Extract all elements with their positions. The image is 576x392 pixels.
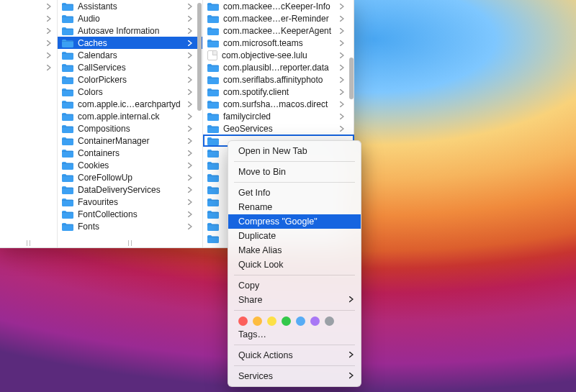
folder-icon [207, 2, 219, 11]
folder-icon [62, 222, 73, 231]
chevron-right-icon [338, 98, 346, 110]
menu-item[interactable]: Compress "Google" [228, 214, 361, 229]
chevron-right-icon [45, 12, 53, 24]
folder-icon [207, 186, 219, 194]
list-item[interactable]: com.apple.ic…earchpartyd [58, 98, 202, 110]
chevron-right-icon [186, 49, 194, 61]
list-item-label: com.mackee…cKeeper-Info [223, 1, 338, 12]
chevron-right-icon [338, 122, 346, 135]
folder-icon [62, 51, 73, 60]
folder-icon [62, 186, 73, 194]
tag-circle[interactable] [325, 316, 334, 326]
folder-icon [207, 39, 219, 47]
menu-item[interactable]: Quick Actions [228, 348, 361, 363]
list-item[interactable] [0, 24, 57, 37]
menu-item[interactable]: Open in New Tab [228, 144, 361, 158]
tag-circle[interactable] [310, 316, 320, 326]
list-item[interactable]: FontCollections [58, 208, 202, 220]
chevron-right-icon [349, 295, 354, 305]
list-item[interactable]: com.spotify.client [203, 86, 354, 98]
menu-item-label: Copy [238, 281, 259, 291]
tag-circle[interactable] [296, 316, 305, 326]
list-item[interactable]: Calendars [58, 49, 202, 61]
menu-item-label: Make Alias [238, 245, 282, 255]
list-item[interactable]: Audio [58, 12, 202, 24]
folder-icon [207, 222, 219, 231]
list-item[interactable]: com.apple.internal.ck [58, 110, 202, 122]
list-item[interactable]: DataDeliveryServices [58, 183, 202, 196]
folder-icon [62, 14, 73, 23]
list-item[interactable]: Caches [58, 37, 202, 49]
chevron-right-icon [186, 61, 194, 73]
list-item[interactable]: com.objective-see.lulu [203, 49, 354, 61]
menu-item[interactable]: Tags… [228, 327, 361, 342]
list-item-label: Audio [78, 14, 186, 24]
chevron-right-icon [186, 122, 194, 135]
list-item[interactable]: com.mackee…er-Reminder [203, 12, 354, 24]
folder-icon [62, 2, 73, 11]
list-item[interactable]: Autosave Information [58, 24, 202, 37]
scrollbar-thumb[interactable] [197, 3, 202, 111]
list-item[interactable]: Compositions [58, 122, 202, 135]
list-item[interactable]: com.microsoft.teams [203, 37, 354, 49]
list-item[interactable]: Assistants [58, 0, 202, 12]
list-item[interactable]: GeoServices [203, 122, 354, 135]
tag-circle[interactable] [238, 316, 248, 326]
list-item[interactable] [0, 49, 57, 61]
list-item[interactable]: Colors [58, 86, 202, 98]
folder-icon [207, 173, 219, 182]
context-menu: Open in New TabMove to BinGet InfoRename… [228, 140, 361, 387]
list-item[interactable]: com.mackee…cKeeper-Info [203, 0, 354, 12]
list-item[interactable]: com.plausibl…reporter.data [203, 61, 354, 73]
menu-item[interactable]: Copy [228, 278, 361, 293]
tags-row [228, 314, 361, 327]
chevron-right-icon [186, 220, 194, 232]
list-item[interactable]: Fonts [58, 220, 202, 232]
list-item[interactable] [0, 61, 57, 73]
list-item[interactable] [0, 37, 57, 49]
list-item[interactable]: com.surfsha…macos.direct [203, 98, 354, 110]
menu-item[interactable]: Get Info [228, 186, 361, 200]
folder-icon [207, 76, 219, 84]
chevron-right-icon [186, 73, 194, 86]
menu-item[interactable]: Move to Bin [228, 165, 361, 179]
folder-icon [207, 137, 219, 145]
chevron-right-icon [186, 110, 194, 122]
folder-icon [207, 100, 219, 109]
tag-circle[interactable] [253, 316, 262, 326]
scrollbar-thumb[interactable] [349, 58, 354, 99]
chevron-right-icon [186, 86, 194, 98]
column-resize-handle[interactable] [0, 240, 57, 246]
menu-item[interactable]: Quick Look [228, 257, 361, 272]
column-resize-handle[interactable] [58, 240, 202, 246]
list-item[interactable] [0, 12, 57, 24]
list-item[interactable]: familycircled [203, 110, 354, 122]
menu-item[interactable]: Services [228, 369, 361, 383]
folder-icon [207, 63, 219, 72]
tag-circle[interactable] [267, 316, 276, 326]
list-item[interactable]: Cookies [58, 159, 202, 171]
chevron-right-icon [45, 49, 53, 61]
list-item[interactable] [0, 0, 57, 12]
chevron-right-icon [45, 0, 53, 12]
list-item-label: Fonts [78, 222, 186, 232]
menu-item[interactable]: Duplicate [228, 229, 361, 243]
folder-icon [207, 88, 219, 96]
list-item[interactable]: CallServices [58, 61, 202, 73]
menu-item[interactable]: Share [228, 293, 361, 307]
list-item-label: Cookies [78, 160, 186, 170]
folder-icon [62, 63, 73, 72]
menu-item[interactable]: Rename [228, 200, 361, 214]
menu-item[interactable]: Make Alias [228, 243, 361, 257]
list-item[interactable]: Containers [58, 147, 202, 159]
list-item[interactable]: CoreFollowUp [58, 171, 202, 183]
chevron-right-icon [186, 135, 194, 147]
list-item[interactable]: com.mackee…KeeperAgent [203, 24, 354, 37]
tag-circle[interactable] [282, 316, 291, 326]
list-item[interactable]: ContainerManager [58, 135, 202, 147]
list-item[interactable]: com.seriflabs.affinityphoto [203, 73, 354, 86]
list-item[interactable]: Favourites [58, 196, 202, 208]
list-item[interactable]: ColorPickers [58, 73, 202, 86]
list-item-label: Favourites [78, 197, 186, 207]
chevron-right-icon [338, 12, 346, 24]
